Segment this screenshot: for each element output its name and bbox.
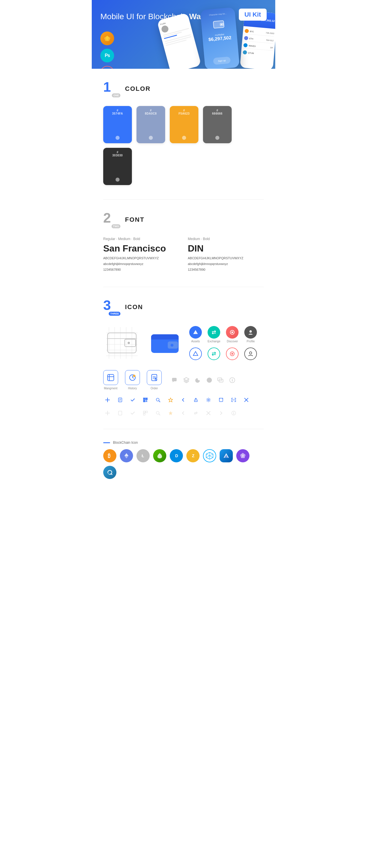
icon-management: Mangment [103, 370, 118, 390]
crypto-icons-row: ₿ Ł [103, 449, 264, 479]
svg-rect-55 [144, 398, 145, 399]
scan-icon [229, 396, 238, 404]
crypto-ethereum [120, 449, 133, 462]
svg-rect-31 [108, 374, 114, 381]
icon-profile-outline [244, 347, 257, 360]
ps-badge: Ps [101, 49, 114, 62]
section-number-one: 1 ONE [103, 80, 120, 97]
svg-rect-68 [219, 398, 223, 402]
utility-icons-blue [103, 396, 264, 406]
svg-text:₿: ₿ [108, 453, 110, 459]
svg-rect-59 [144, 401, 145, 402]
icon-exchange: Exchange [207, 326, 220, 343]
icon-assets: Assets [189, 326, 202, 343]
crypto-grid [203, 449, 216, 462]
svg-point-85 [233, 412, 234, 412]
crypto-waves [220, 449, 233, 462]
icon-section: 3 THREE ICON [103, 299, 264, 417]
arrows-icon-faded [192, 409, 200, 417]
blockchain-section: BlockChain Icon ₿ Ł [103, 441, 264, 479]
color-section-header: 1 ONE COLOR [103, 80, 264, 97]
phone-mockup-middle: Character may be... myWallet $6,297,502 … [200, 7, 240, 69]
utility-icons-faded [103, 409, 264, 417]
close-icon [242, 396, 251, 404]
icon-discover-outline [226, 347, 238, 360]
color-swatch-orange: #F5A623 [170, 106, 198, 143]
layers-icon [183, 377, 190, 383]
document-icon-faded [116, 409, 124, 417]
phone-mockup-left: Profile [157, 12, 201, 69]
svg-point-26 [250, 330, 252, 333]
info-icon [229, 377, 236, 383]
search-icon [154, 396, 162, 404]
crypto-zcash: Z [186, 449, 200, 462]
wallet-icon-wireframe [103, 324, 140, 362]
svg-point-25 [231, 332, 233, 333]
svg-point-30 [250, 352, 252, 354]
svg-marker-23 [193, 330, 198, 334]
svg-text:Ł: Ł [142, 454, 144, 458]
section-number-three: 3 THREE [103, 299, 120, 316]
back-arrow-icon [179, 396, 188, 404]
icon-exchange-outline [207, 347, 220, 360]
divider-3 [103, 429, 264, 429]
icon-profile: Profile [244, 326, 257, 343]
icon-history: History [125, 370, 140, 390]
main-content: 1 ONE COLOR #3574FA #8DA0C8 #F5A623 #666… [92, 69, 275, 502]
svg-rect-75 [143, 411, 145, 413]
crypto-dash: D [170, 449, 183, 462]
font-section-header: 2 TWO FONT [103, 211, 264, 228]
hero-section: Mobile UI for Blockchain Wallet UI Kit P… [92, 0, 275, 69]
hero-badges: Ps 60+ Screens [101, 32, 114, 69]
star-icon-faded [166, 409, 175, 417]
font-din: Medium · Bold DIN ABCDEFGHIJKLMNOPQRSTUV… [188, 237, 264, 273]
colored-icons-grid: Assets Exchange [189, 326, 257, 360]
icon-assets-outline [189, 347, 202, 360]
next-icon-faded [217, 409, 225, 417]
svg-rect-62 [147, 401, 147, 402]
circle-icon [206, 377, 213, 383]
blockchain-line [103, 442, 110, 443]
svg-marker-66 [169, 398, 173, 402]
svg-text:D: D [175, 454, 178, 458]
check-icon-faded [129, 409, 137, 417]
section-number-two: 2 TWO [103, 211, 120, 228]
svg-rect-74 [118, 411, 122, 415]
svg-point-21 [171, 344, 173, 347]
share-icon [192, 396, 200, 404]
qr-icon-faded [141, 409, 150, 417]
divider-2 [103, 287, 264, 287]
icon-section-header: 3 THREE ICON [103, 299, 264, 316]
svg-rect-33 [109, 374, 110, 381]
svg-text:Z: Z [192, 454, 195, 458]
x-icon-faded [204, 409, 213, 417]
info-icon-faded [229, 409, 238, 417]
qr-icon [141, 396, 150, 404]
svg-line-65 [159, 401, 160, 402]
font-grid: Regular · Medium · Bold San Francisco AB… [103, 237, 264, 273]
svg-rect-32 [108, 376, 114, 377]
color-swatch-gray: #666666 [203, 106, 232, 143]
font-section: 2 TWO FONT Regular · Medium · Bold San F… [103, 211, 264, 273]
svg-rect-76 [146, 411, 147, 413]
svg-rect-57 [146, 398, 147, 399]
svg-rect-16 [125, 339, 136, 347]
ui-kit-badge: UI Kit [239, 9, 266, 21]
svg-line-79 [159, 414, 160, 415]
color-section: 1 ONE COLOR #3574FA #8DA0C8 #F5A623 #666… [103, 80, 264, 185]
wallet-icon-filled [146, 324, 184, 362]
svg-rect-22 [151, 337, 179, 339]
chat-double-icon [217, 377, 224, 383]
crypto-matic [236, 449, 250, 462]
icon-discover: Discover [226, 326, 238, 343]
settings-icon [204, 396, 213, 404]
blockchain-label-row: BlockChain Icon [103, 441, 264, 444]
check-icon [129, 396, 137, 404]
app-icons-row: Mangment History [103, 370, 264, 390]
crypto-litecoin: Ł [137, 449, 150, 462]
crypto-qtum [103, 466, 116, 479]
svg-point-17 [128, 342, 130, 344]
svg-rect-77 [143, 413, 145, 415]
svg-marker-27 [193, 351, 198, 355]
star-icon [166, 396, 175, 404]
